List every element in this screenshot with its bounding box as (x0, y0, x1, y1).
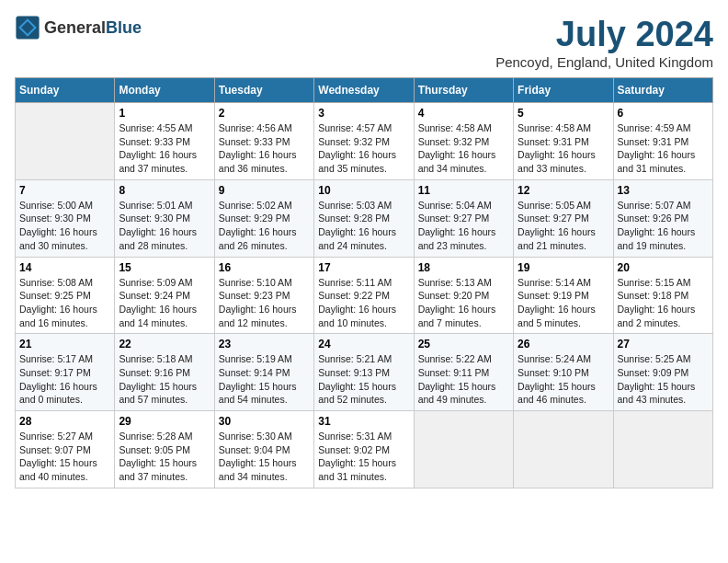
day-info: Sunrise: 5:01 AM Sunset: 9:30 PM Dayligh… (119, 199, 210, 253)
day-number: 22 (119, 338, 210, 350)
calendar-cell: 4Sunrise: 4:58 AM Sunset: 9:32 PM Daylig… (414, 103, 513, 180)
day-info: Sunrise: 4:59 AM Sunset: 9:31 PM Dayligh… (618, 121, 709, 176)
calendar-cell: 6Sunrise: 4:59 AM Sunset: 9:31 PM Daylig… (613, 103, 712, 180)
day-info: Sunrise: 4:56 AM Sunset: 9:33 PM Dayligh… (219, 121, 310, 176)
calendar-cell: 29Sunrise: 5:28 AM Sunset: 9:05 PM Dayli… (115, 411, 214, 488)
day-number: 1 (119, 107, 210, 120)
day-info: Sunrise: 5:28 AM Sunset: 9:05 PM Dayligh… (119, 430, 210, 484)
day-info: Sunrise: 5:02 AM Sunset: 9:29 PM Dayligh… (219, 199, 310, 253)
calendar-table: SundayMondayTuesdayWednesdayThursdayFrid… (15, 77, 713, 488)
day-info: Sunrise: 5:18 AM Sunset: 9:16 PM Dayligh… (119, 352, 210, 407)
calendar-cell: 7Sunrise: 5:00 AM Sunset: 9:30 PM Daylig… (16, 179, 115, 257)
day-info: Sunrise: 5:30 AM Sunset: 9:04 PM Dayligh… (219, 430, 310, 484)
day-number: 21 (19, 338, 110, 350)
calendar-cell: 21Sunrise: 5:17 AM Sunset: 9:17 PM Dayli… (16, 334, 115, 411)
day-number: 23 (219, 338, 310, 350)
header-row: SundayMondayTuesdayWednesdayThursdayFrid… (16, 78, 713, 103)
calendar-cell: 26Sunrise: 5:24 AM Sunset: 9:10 PM Dayli… (514, 334, 613, 411)
day-info: Sunrise: 5:10 AM Sunset: 9:23 PM Dayligh… (219, 276, 310, 330)
day-number: 30 (219, 415, 310, 428)
header-day-sunday: Sunday (16, 78, 115, 103)
week-row-5: 28Sunrise: 5:27 AM Sunset: 9:07 PM Dayli… (16, 411, 713, 488)
day-info: Sunrise: 5:13 AM Sunset: 9:20 PM Dayligh… (418, 276, 509, 330)
calendar-cell: 10Sunrise: 5:03 AM Sunset: 9:28 PM Dayli… (314, 179, 414, 257)
day-info: Sunrise: 5:00 AM Sunset: 9:30 PM Dayligh… (19, 199, 110, 253)
calendar-cell (514, 411, 613, 488)
day-number: 12 (518, 184, 609, 197)
calendar-header: SundayMondayTuesdayWednesdayThursdayFrid… (16, 78, 713, 103)
day-info: Sunrise: 5:07 AM Sunset: 9:26 PM Dayligh… (618, 199, 709, 253)
main-title: July 2024 (495, 15, 713, 54)
day-info: Sunrise: 4:58 AM Sunset: 9:31 PM Dayligh… (518, 121, 609, 176)
day-info: Sunrise: 4:57 AM Sunset: 9:32 PM Dayligh… (318, 121, 409, 176)
day-number: 11 (418, 184, 509, 197)
calendar-cell: 23Sunrise: 5:19 AM Sunset: 9:14 PM Dayli… (214, 334, 313, 411)
calendar-cell: 31Sunrise: 5:31 AM Sunset: 9:02 PM Dayli… (314, 411, 414, 488)
header-day-monday: Monday (115, 78, 214, 103)
day-info: Sunrise: 5:11 AM Sunset: 9:22 PM Dayligh… (318, 276, 409, 330)
day-number: 19 (518, 261, 609, 274)
day-number: 26 (518, 338, 609, 350)
calendar-cell: 20Sunrise: 5:15 AM Sunset: 9:18 PM Dayli… (613, 257, 712, 334)
calendar-cell: 1Sunrise: 4:55 AM Sunset: 9:33 PM Daylig… (115, 103, 214, 180)
day-number: 20 (618, 261, 709, 274)
calendar-cell: 30Sunrise: 5:30 AM Sunset: 9:04 PM Dayli… (214, 411, 313, 488)
day-number: 9 (219, 184, 310, 197)
calendar-cell: 15Sunrise: 5:09 AM Sunset: 9:24 PM Dayli… (115, 257, 214, 334)
day-info: Sunrise: 5:17 AM Sunset: 9:17 PM Dayligh… (19, 352, 110, 407)
calendar-cell: 22Sunrise: 5:18 AM Sunset: 9:16 PM Dayli… (115, 334, 214, 411)
day-number: 3 (318, 107, 409, 120)
calendar-cell: 18Sunrise: 5:13 AM Sunset: 9:20 PM Dayli… (414, 257, 513, 334)
title-area: July 2024 Pencoyd, England, United Kingd… (495, 15, 713, 70)
calendar-cell: 25Sunrise: 5:22 AM Sunset: 9:11 PM Dayli… (414, 334, 513, 411)
day-number: 24 (318, 338, 409, 350)
day-number: 25 (418, 338, 509, 350)
day-info: Sunrise: 5:24 AM Sunset: 9:10 PM Dayligh… (518, 352, 609, 407)
calendar-cell: 17Sunrise: 5:11 AM Sunset: 9:22 PM Dayli… (314, 257, 414, 334)
day-info: Sunrise: 4:55 AM Sunset: 9:33 PM Dayligh… (119, 121, 210, 176)
day-info: Sunrise: 5:04 AM Sunset: 9:27 PM Dayligh… (418, 199, 509, 253)
day-info: Sunrise: 5:08 AM Sunset: 9:25 PM Dayligh… (19, 276, 110, 330)
day-number: 14 (19, 261, 110, 274)
day-number: 17 (318, 261, 409, 274)
calendar-cell (16, 103, 115, 180)
day-number: 7 (19, 184, 110, 197)
day-number: 10 (318, 184, 409, 197)
calendar-cell: 14Sunrise: 5:08 AM Sunset: 9:25 PM Dayli… (16, 257, 115, 334)
day-info: Sunrise: 5:19 AM Sunset: 9:14 PM Dayligh… (219, 352, 310, 407)
day-info: Sunrise: 5:14 AM Sunset: 9:19 PM Dayligh… (518, 276, 609, 330)
calendar-cell: 16Sunrise: 5:10 AM Sunset: 9:23 PM Dayli… (214, 257, 313, 334)
week-row-3: 14Sunrise: 5:08 AM Sunset: 9:25 PM Dayli… (16, 257, 713, 334)
calendar-cell: 5Sunrise: 4:58 AM Sunset: 9:31 PM Daylig… (514, 103, 613, 180)
day-info: Sunrise: 5:05 AM Sunset: 9:27 PM Dayligh… (518, 199, 609, 253)
day-number: 6 (618, 107, 709, 120)
header-day-thursday: Thursday (414, 78, 513, 103)
day-info: Sunrise: 4:58 AM Sunset: 9:32 PM Dayligh… (418, 121, 509, 176)
day-number: 4 (418, 107, 509, 120)
calendar-cell (414, 411, 513, 488)
logo-blue-text: Blue (106, 18, 142, 37)
week-row-2: 7Sunrise: 5:00 AM Sunset: 9:30 PM Daylig… (16, 179, 713, 257)
day-number: 29 (119, 415, 210, 428)
day-number: 5 (518, 107, 609, 120)
subtitle: Pencoyd, England, United Kingdom (495, 54, 713, 70)
day-number: 8 (119, 184, 210, 197)
calendar-cell: 28Sunrise: 5:27 AM Sunset: 9:07 PM Dayli… (16, 411, 115, 488)
calendar-cell: 9Sunrise: 5:02 AM Sunset: 9:29 PM Daylig… (214, 179, 313, 257)
logo: GeneralBlue (15, 15, 142, 40)
calendar-cell: 13Sunrise: 5:07 AM Sunset: 9:26 PM Dayli… (613, 179, 712, 257)
header: GeneralBlue July 2024 Pencoyd, England, … (15, 15, 713, 70)
day-info: Sunrise: 5:15 AM Sunset: 9:18 PM Dayligh… (618, 276, 709, 330)
day-number: 16 (219, 261, 310, 274)
day-number: 18 (418, 261, 509, 274)
calendar-cell: 3Sunrise: 4:57 AM Sunset: 9:32 PM Daylig… (314, 103, 414, 180)
day-info: Sunrise: 5:21 AM Sunset: 9:13 PM Dayligh… (318, 352, 409, 407)
day-number: 2 (219, 107, 310, 120)
day-number: 15 (119, 261, 210, 274)
week-row-1: 1Sunrise: 4:55 AM Sunset: 9:33 PM Daylig… (16, 103, 713, 180)
calendar-cell: 24Sunrise: 5:21 AM Sunset: 9:13 PM Dayli… (314, 334, 414, 411)
day-info: Sunrise: 5:03 AM Sunset: 9:28 PM Dayligh… (318, 199, 409, 253)
calendar-cell: 11Sunrise: 5:04 AM Sunset: 9:27 PM Dayli… (414, 179, 513, 257)
day-number: 27 (618, 338, 709, 350)
calendar-cell: 2Sunrise: 4:56 AM Sunset: 9:33 PM Daylig… (214, 103, 313, 180)
